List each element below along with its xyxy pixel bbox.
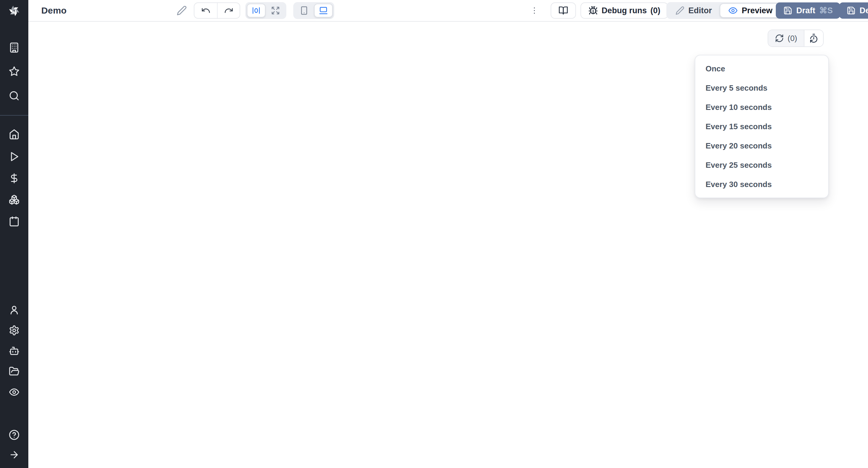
kebab-icon: [530, 6, 539, 15]
calendar-icon: [9, 216, 20, 227]
bot-icon: [9, 345, 20, 356]
menu-item-every-15s[interactable]: Every 15 seconds: [695, 117, 828, 136]
debug-runs-label: Debug runs: [601, 6, 647, 15]
undo-button[interactable]: [194, 3, 217, 18]
redo-icon: [224, 6, 234, 15]
sidebar-item-schedules[interactable]: [8, 215, 20, 227]
refresh-icon: [775, 34, 784, 43]
rename-app-button[interactable]: [176, 4, 188, 16]
arrow-right-icon: [9, 449, 20, 460]
mobile-view-button[interactable]: [295, 4, 313, 18]
sidebar: [0, 0, 28, 468]
deploy-button[interactable]: Deploy: [839, 2, 868, 19]
settings-gear-icon: [9, 325, 20, 336]
building-icon: [9, 42, 20, 53]
debug-runs-count: (0): [650, 6, 660, 15]
smartphone-icon: [300, 6, 309, 15]
user-icon: [9, 304, 20, 315]
device-toggle-group: [293, 2, 334, 19]
sidebar-item-folders[interactable]: [8, 366, 20, 377]
docs-button[interactable]: [551, 2, 576, 19]
bug-icon: [588, 6, 598, 15]
sidebar-expand-button[interactable]: [8, 449, 20, 461]
sidebar-item-workspace[interactable]: [8, 42, 20, 53]
sidebar-item-help[interactable]: [8, 429, 20, 441]
sidebar-item-users[interactable]: [8, 304, 20, 315]
refresh-count: (0): [787, 34, 797, 43]
sidebar-item-favorites[interactable]: [8, 66, 20, 77]
search-icon: [9, 90, 20, 101]
debug-runs-button[interactable]: Debug runs (0): [581, 2, 668, 19]
menu-item-every-5s[interactable]: Every 5 seconds: [695, 78, 828, 98]
mode-toggle-group: Editor Preview: [666, 2, 782, 19]
undo-icon: [201, 6, 211, 15]
boxes-icon: [9, 194, 20, 205]
deploy-label: Deploy: [860, 6, 868, 15]
sidebar-item-home[interactable]: [8, 129, 20, 140]
star-icon: [9, 66, 20, 77]
refresh-interval-menu: Once Every 5 seconds Every 10 seconds Ev…: [695, 55, 829, 198]
eye-icon: [9, 387, 20, 398]
sidebar-item-search[interactable]: [8, 90, 20, 101]
windmill-logo-icon: [7, 4, 21, 18]
preview-tab-label: Preview: [742, 6, 772, 15]
sidebar-item-resources[interactable]: [8, 194, 20, 205]
play-icon: [9, 151, 20, 162]
sidebar-item-workers[interactable]: [8, 345, 20, 357]
menu-item-once[interactable]: Once: [695, 59, 828, 78]
editor-tab-label: Editor: [688, 6, 712, 15]
topbar: Demo: [28, 0, 868, 22]
desktop-view-button[interactable]: [314, 4, 333, 18]
dollar-sign-icon: [9, 173, 20, 184]
windmill-logo[interactable]: [0, 0, 28, 22]
tab-preview[interactable]: Preview: [720, 3, 781, 18]
page-title: Demo: [41, 5, 67, 16]
sidebar-item-audit-logs[interactable]: [8, 387, 20, 398]
home-icon: [9, 129, 20, 140]
content-width-button[interactable]: [247, 4, 266, 18]
sidebar-divider: [0, 115, 28, 115]
refresh-controls: (0): [768, 30, 824, 47]
width-toggle-group: [245, 2, 286, 19]
tab-editor[interactable]: Editor: [668, 3, 720, 18]
pencil-icon: [675, 6, 684, 15]
laptop-icon: [318, 6, 328, 15]
menu-item-every-10s[interactable]: Every 10 seconds: [695, 98, 828, 117]
draft-shortcut: ⌘S: [819, 6, 833, 15]
pencil-icon: [177, 5, 187, 16]
save-icon: [783, 6, 792, 15]
help-circle-icon: [9, 430, 20, 440]
full-width-button[interactable]: [266, 4, 285, 18]
menu-item-every-30s[interactable]: Every 30 seconds: [695, 175, 828, 194]
timer-reset-icon: [809, 33, 818, 43]
content-width-icon: [251, 6, 261, 15]
redo-button[interactable]: [217, 3, 240, 18]
refresh-button[interactable]: (0): [768, 30, 804, 46]
expand-icon: [271, 6, 280, 15]
save-icon: [846, 6, 856, 15]
menu-item-every-20s[interactable]: Every 20 seconds: [695, 136, 828, 156]
eye-icon: [728, 6, 738, 15]
book-open-icon: [558, 6, 568, 15]
sidebar-item-settings[interactable]: [8, 325, 20, 336]
app-canvas: (0) Once Every 5 seconds Every 10 second…: [28, 22, 868, 468]
sidebar-item-runs[interactable]: [8, 151, 20, 162]
draft-label: Draft: [796, 6, 815, 15]
sidebar-item-variables[interactable]: [8, 173, 20, 184]
folder-open-icon: [9, 366, 20, 377]
refresh-schedule-button[interactable]: [804, 30, 823, 46]
undo-redo-group: [194, 2, 240, 19]
more-options-button[interactable]: [529, 4, 539, 17]
draft-button[interactable]: Draft ⌘S: [776, 2, 840, 19]
menu-item-every-25s[interactable]: Every 25 seconds: [695, 156, 828, 175]
